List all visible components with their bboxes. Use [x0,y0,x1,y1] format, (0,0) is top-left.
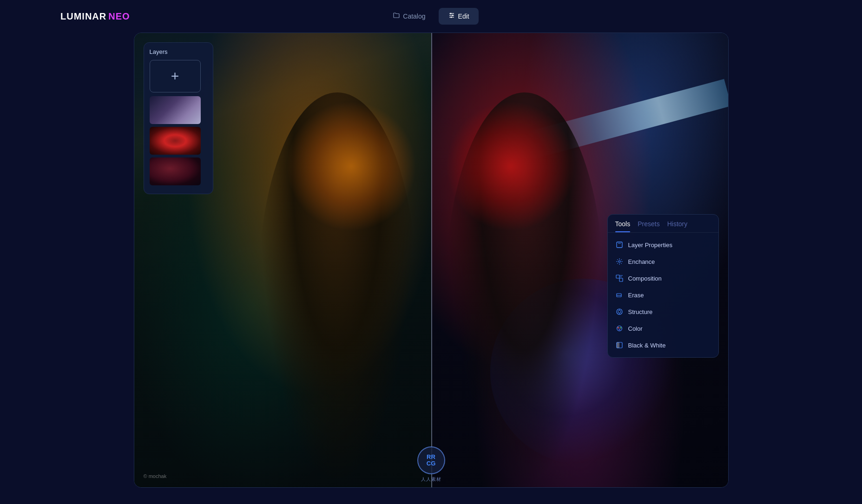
tab-presets[interactable]: Presets [638,220,659,232]
watermark: © mochak [144,473,167,479]
add-layer-button[interactable]: + [150,60,201,92]
tool-bw[interactable]: Black & White [608,337,718,353]
tool-structure[interactable]: Structure [608,303,718,320]
tool-erase[interactable]: Erase [608,287,718,303]
layer-thumbnail-2[interactable] [150,127,201,155]
svg-line-15 [621,259,622,260]
tab-tools[interactable]: Tools [615,220,631,232]
tools-tabs: Tools Presets History [608,215,718,233]
layer-thumbnail-3[interactable] [150,157,201,185]
svg-line-13 [617,259,618,260]
add-layer-icon: + [171,69,179,83]
svg-rect-17 [616,275,619,278]
tab-history[interactable]: History [667,220,688,232]
tool-layer-properties[interactable]: Layer Properties [608,236,718,253]
topbar: LUMINAR NEO Catalog E [0,0,862,33]
nav-tabs: Catalog Edit [383,8,478,25]
rrcg-subtitle: 人人素材 [421,476,441,483]
catalog-label: Catalog [403,13,425,20]
tool-composition-label: Composition [628,275,662,282]
svg-point-28 [617,327,619,329]
svg-point-8 [619,261,620,262]
tools-panel: Tools Presets History Layer Properties [607,214,719,358]
tool-composition[interactable]: Composition [608,270,718,287]
svg-point-29 [619,327,621,329]
svg-point-5 [450,17,452,18]
logo-neo: NEO [108,11,130,22]
svg-rect-32 [617,342,619,348]
tool-color[interactable]: Color [608,320,718,337]
rrcg-logo: RRCG 人人素材 [417,446,445,483]
tool-bw-label: Black & White [628,342,666,349]
tool-erase-label: Erase [628,292,644,299]
composition-icon [615,274,624,282]
tools-list: Layer Properties [608,233,718,357]
sliders-icon [448,12,455,21]
structure-icon [615,308,624,316]
app-logo: LUMINAR NEO [60,11,130,22]
edit-tab[interactable]: Edit [439,8,479,25]
bw-icon [615,341,624,349]
layer-thumbnail-1[interactable] [150,96,201,124]
layer-icon [615,241,624,249]
tool-enchance[interactable]: Enchance [608,253,718,270]
tool-color-label: Color [628,325,643,332]
sparkle-icon [615,257,624,266]
svg-point-3 [450,13,451,14]
main-canvas: Layers + © mochak RRCG 人人素材 Tools Preset… [134,33,729,488]
rrcg-letters: RRCG [427,454,436,467]
split-divider [431,33,432,487]
edit-label: Edit [458,13,469,20]
red-glow [446,101,576,231]
svg-line-16 [617,263,618,264]
catalog-tab[interactable]: Catalog [383,8,434,25]
orange-glow [286,101,416,231]
svg-point-30 [619,329,620,331]
svg-point-4 [452,15,453,16]
folder-icon [393,12,400,21]
tool-structure-label: Structure [628,308,653,315]
tool-enchance-label: Enchance [628,258,655,265]
svg-point-24 [618,310,621,313]
tool-layer-properties-label: Layer Properties [628,242,672,249]
layers-panel: Layers + [144,42,213,194]
logo-luminar: LUMINAR [60,11,106,22]
rrcg-circle: RRCG [417,446,445,474]
svg-rect-18 [619,278,623,281]
erase-icon [615,291,624,299]
svg-line-14 [621,263,622,264]
layers-title: Layers [150,48,207,55]
color-icon [615,324,624,333]
svg-rect-6 [617,242,622,248]
